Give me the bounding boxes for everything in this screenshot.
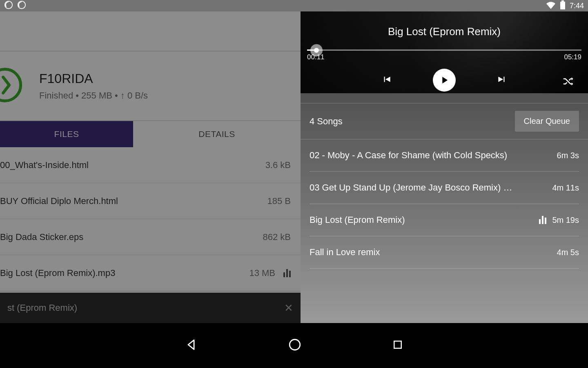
progress-ring-icon	[8, 67, 23, 105]
seek-thumb[interactable]	[310, 44, 323, 56]
queue-item-duration: 4m 5s	[557, 248, 579, 257]
queue-item-name: Fall in Love remix	[310, 247, 380, 258]
file-size: 3.6 kB	[265, 160, 291, 171]
file-name: Big Lost (Eprom Remix).mp3	[0, 268, 115, 278]
bittorrent-icon	[17, 0, 26, 11]
queue-item-duration: 5m 19s	[539, 215, 579, 225]
mini-player-bar[interactable]: st (Eprom Remix) ✕	[0, 293, 301, 323]
file-name: BUY Official Diplo Merch.html	[0, 196, 118, 206]
svg-rect-2	[561, 0, 564, 2]
queue-item-duration: 6m 3s	[557, 151, 579, 160]
queue-item[interactable]: 02 - Moby - A Case for Shame (with Cold …	[310, 139, 579, 172]
queue-item-duration: 4m 11s	[552, 183, 579, 193]
file-size: 862 kB	[263, 232, 291, 242]
next-button[interactable]	[497, 74, 507, 86]
file-row[interactable]: Big Dada Sticker.eps 862 kB	[0, 219, 301, 255]
queue-item-name: Big Lost (Eprom Remix)	[310, 215, 405, 225]
file-row[interactable]: Big Lost (Eprom Remix).mp3 13 MB	[0, 255, 301, 291]
total-time: 05:19	[564, 53, 581, 61]
file-size: 185 B	[267, 196, 291, 206]
wifi-icon	[546, 1, 556, 11]
clear-queue-button[interactable]: Clear Queue	[515, 111, 579, 132]
svg-point-5	[290, 339, 300, 350]
close-icon[interactable]: ✕	[284, 302, 293, 314]
playback-controls	[301, 61, 588, 103]
shuffle-button[interactable]	[562, 75, 574, 89]
status-bar: 7:44	[0, 0, 588, 11]
file-name: Big Dada Sticker.eps	[0, 232, 83, 242]
bittorrent-icon	[4, 0, 13, 11]
queue-item[interactable]: 03 Get Up Stand Up (Jerome Jay Bosco Rem…	[310, 172, 579, 204]
navigation-bar	[0, 323, 588, 368]
queue-item[interactable]: Fall in Love remix 4m 5s	[310, 236, 579, 269]
queue-count: 4 Songs	[310, 116, 343, 127]
player-panel: Big Lost (Eprom Remix) 00:11 05:19	[301, 11, 588, 323]
equalizer-icon	[539, 216, 546, 224]
queue-list: 02 - Moby - A Case for Shame (with Cold …	[301, 139, 588, 269]
status-clock: 7:44	[570, 2, 584, 10]
tab-bar: FILES DETAILS	[0, 121, 301, 147]
file-row[interactable]: 00_What's-Inside.html 3.6 kB	[0, 147, 301, 183]
file-size: 13 MB	[249, 268, 275, 278]
file-list: 00_What's-Inside.html 3.6 kB BUY Officia…	[0, 147, 301, 291]
now-playing-title: Big Lost (Eprom Remix)	[301, 11, 588, 38]
mini-player-title: st (Eprom Remix)	[7, 303, 77, 313]
queue-item[interactable]: Big Lost (Eprom Remix) 5m 19s	[310, 204, 579, 236]
queue-header: 4 Songs Clear Queue	[301, 103, 588, 139]
left-toolbar	[0, 11, 301, 52]
equalizer-icon	[283, 269, 291, 277]
queue-item-name: 03 Get Up Stand Up (Jerome Jay Bosco Rem…	[310, 182, 514, 193]
tab-files[interactable]: FILES	[0, 121, 133, 147]
svg-rect-3	[560, 2, 565, 9]
seek-bar[interactable]: 00:11 05:19	[301, 49, 588, 61]
file-row[interactable]: BUY Official Diplo Merch.html 185 B	[0, 183, 301, 219]
left-app-pane: F10RIDA Finished • 255 MB • ↑ 0 B/s FILE…	[0, 11, 301, 323]
torrent-subtext: Finished • 255 MB • ↑ 0 B/s	[39, 90, 148, 101]
svg-rect-6	[394, 341, 401, 348]
file-name: 00_What's-Inside.html	[0, 160, 89, 171]
queue-item-name: 02 - Moby - A Case for Shame (with Cold …	[310, 150, 507, 161]
home-button[interactable]	[288, 338, 302, 353]
play-button[interactable]	[433, 69, 456, 92]
recents-button[interactable]	[392, 339, 404, 352]
torrent-summary[interactable]: F10RIDA Finished • 255 MB • ↑ 0 B/s	[0, 52, 301, 121]
torrent-title: F10RIDA	[39, 71, 148, 86]
back-button[interactable]	[184, 338, 198, 353]
battery-icon	[560, 0, 566, 11]
previous-button[interactable]	[381, 74, 392, 86]
tab-details[interactable]: DETAILS	[133, 121, 301, 147]
